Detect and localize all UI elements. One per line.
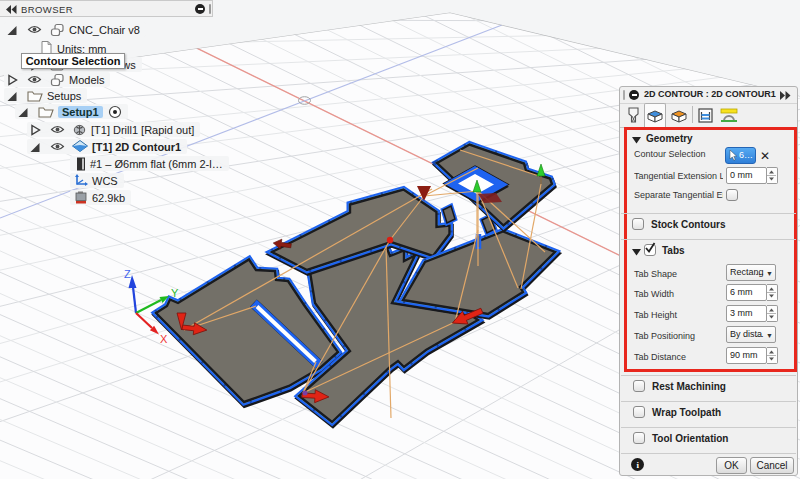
svg-text:Y: Y <box>171 287 179 299</box>
svg-text:Z: Z <box>124 268 131 280</box>
svg-text:X: X <box>160 333 168 345</box>
